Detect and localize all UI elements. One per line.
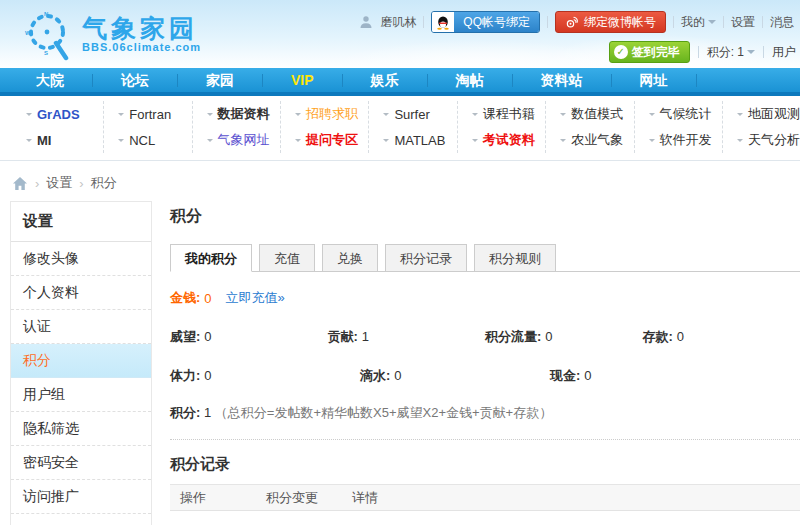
tab-recharge[interactable]: 充值 (259, 244, 315, 272)
divider (723, 16, 724, 28)
record-table-header: 操作 积分变更 详情 (170, 485, 800, 511)
nav-item-urls[interactable]: 网址 (612, 66, 696, 94)
divider (170, 439, 800, 440)
submenu-item-surfer[interactable]: Surfer (383, 101, 456, 127)
chevron-down-icon (472, 113, 478, 119)
stat-stamina: 体力:0 (170, 367, 360, 385)
chevron-down-icon (207, 139, 213, 145)
chevron-down-icon (295, 113, 301, 119)
submenu-bar: GrADS MI Fortran NCL 数据资料 气象网址 招聘求职 提问专区… (0, 96, 800, 161)
weibo-bind-button[interactable]: 绑定微博帐号 (555, 11, 666, 33)
nav-item-fun[interactable]: 娱乐 (343, 66, 427, 94)
chevron-down-icon (747, 50, 755, 58)
total-points-formula: （总积分=发帖数+精华帖数X5+威望X2+金钱+贡献+存款） (215, 405, 552, 420)
total-points-label: 积分: (170, 405, 200, 420)
nav-item-datastation[interactable]: 资料站 (513, 66, 611, 94)
site-header: N W S 气象家园 BBS.06climate.com 磨叽林 (0, 0, 800, 68)
sidebar-item-qq[interactable]: QQ???? (11, 514, 151, 525)
stat-prestige: 威望:0 (170, 328, 328, 346)
submenu-column: 数值模式 农业气象 (546, 101, 634, 153)
money-label: 金钱: (170, 289, 200, 307)
nav-item-taotie[interactable]: 淘帖 (428, 66, 512, 94)
submenu-item-models[interactable]: 数值模式 (560, 101, 633, 127)
submenu-item-weather-analysis[interactable]: 天气分析 (737, 127, 800, 153)
points-menu[interactable]: 积分: 1 (707, 44, 755, 61)
user-group-link[interactable]: 用户 (772, 44, 796, 61)
qq-bind-button[interactable]: QQ帐号绑定 (431, 11, 540, 33)
tab-points-rules[interactable]: 积分规则 (474, 244, 556, 272)
check-icon: ✓ (614, 45, 628, 59)
stat-points-traffic: 积分流量:0 (485, 328, 643, 346)
tab-exchange[interactable]: 兑换 (322, 244, 378, 272)
weibo-bind-label: 绑定微博帐号 (584, 14, 656, 31)
chevron-down-icon (118, 113, 124, 119)
breadcrumb-separator: › (35, 176, 39, 191)
total-points-value: 1 (204, 405, 211, 420)
submenu-item-qa[interactable]: 提问专区 (295, 127, 368, 153)
sidebar-item-points[interactable]: 积分 (11, 344, 151, 378)
chevron-down-icon (560, 139, 566, 145)
sidebar-item-avatar[interactable]: 修改头像 (11, 242, 151, 276)
sidebar-item-profile[interactable]: 个人资料 (11, 276, 151, 310)
submenu-item-books[interactable]: 课程书籍 (472, 101, 545, 127)
submenu-item-software[interactable]: 软件开发 (649, 127, 722, 153)
sidebar-item-promotion[interactable]: 访问推广 (11, 480, 151, 514)
money-row: 金钱: 0 立即充值» (170, 289, 800, 307)
nav-item-home[interactable]: 家园 (178, 66, 262, 94)
nav-item-forum[interactable]: 论坛 (93, 66, 177, 94)
submenu-item-agro[interactable]: 农业气象 (560, 127, 633, 153)
submenu-item-mi[interactable]: MI (26, 127, 103, 153)
submenu-item-grads[interactable]: GrADS (26, 101, 103, 127)
submenu-item-jobs[interactable]: 招聘求职 (295, 101, 368, 127)
qq-bind-label: QQ帐号绑定 (454, 12, 539, 32)
submenu-item-climate-stats[interactable]: 气候统计 (649, 101, 722, 127)
nav-item-dayuan[interactable]: 大院 (8, 66, 92, 94)
chevron-down-icon (472, 139, 478, 145)
submenu-item-ncl[interactable]: NCL (118, 127, 191, 153)
settings-link[interactable]: 设置 (731, 14, 755, 31)
breadcrumb-points[interactable]: 积分 (91, 174, 117, 192)
sidebar-item-verify[interactable]: 认证 (11, 310, 151, 344)
compass-logo-icon: N W S (22, 7, 74, 61)
submenu-item-data[interactable]: 数据资料 (207, 101, 280, 127)
submenu-item-weather-urls[interactable]: 气象网址 (207, 127, 280, 153)
messages-link[interactable]: 消息 (770, 14, 794, 31)
svg-text:S: S (44, 50, 48, 56)
home-icon[interactable] (12, 176, 28, 191)
status-toolbar: ✓ 签到完毕 积分: 1 用户 (609, 41, 796, 63)
sidebar-title: 设置 (11, 202, 151, 242)
nav-item-vip[interactable]: VIP (263, 66, 342, 94)
breadcrumb: › 设置 › 积分 (12, 174, 800, 192)
site-title: 气象家园 (82, 15, 201, 41)
qq-penguin-icon (432, 12, 454, 32)
signin-done-button[interactable]: ✓ 签到完毕 (609, 41, 690, 63)
user-toolbar: 磨叽林 QQ帐号绑定 绑定微博帐号 (359, 11, 794, 33)
my-menu[interactable]: 我的 (681, 14, 716, 31)
site-logo[interactable]: N W S 气象家园 BBS.06climate.com (22, 7, 201, 61)
page-title: 积分 (170, 206, 800, 227)
submenu-column: 招聘求职 提问专区 (281, 101, 369, 153)
money-value: 0 (204, 291, 211, 306)
main-nav: 大院 论坛 家园 VIP 娱乐 淘帖 资料站 网址 (0, 68, 800, 96)
divider (696, 74, 697, 87)
breadcrumb-settings[interactable]: 设置 (46, 174, 72, 192)
stat-water: 滴水:0 (360, 367, 550, 385)
submenu-item-surface-obs[interactable]: 地面观测 (737, 101, 800, 127)
chevron-down-icon (737, 113, 743, 119)
chevron-down-icon (207, 113, 213, 119)
sidebar-item-usergroup[interactable]: 用户组 (11, 378, 151, 412)
recharge-link[interactable]: 立即充值» (226, 289, 285, 307)
sidebar-item-privacy[interactable]: 隐私筛选 (11, 412, 151, 446)
divider (698, 46, 699, 58)
sidebar-item-password[interactable]: 密码安全 (11, 446, 151, 480)
username[interactable]: 磨叽林 (380, 14, 416, 31)
tab-my-points[interactable]: 我的积分 (170, 244, 252, 272)
column-header-action: 操作 (170, 489, 256, 507)
submenu-item-exams[interactable]: 考试资料 (472, 127, 545, 153)
svg-text:N: N (44, 11, 48, 17)
submenu-item-fortran[interactable]: Fortran (118, 101, 191, 127)
breadcrumb-separator: › (79, 176, 83, 191)
tab-points-log[interactable]: 积分记录 (385, 244, 467, 272)
svg-text:W: W (25, 30, 31, 36)
submenu-item-matlab[interactable]: MATLAB (383, 127, 456, 153)
